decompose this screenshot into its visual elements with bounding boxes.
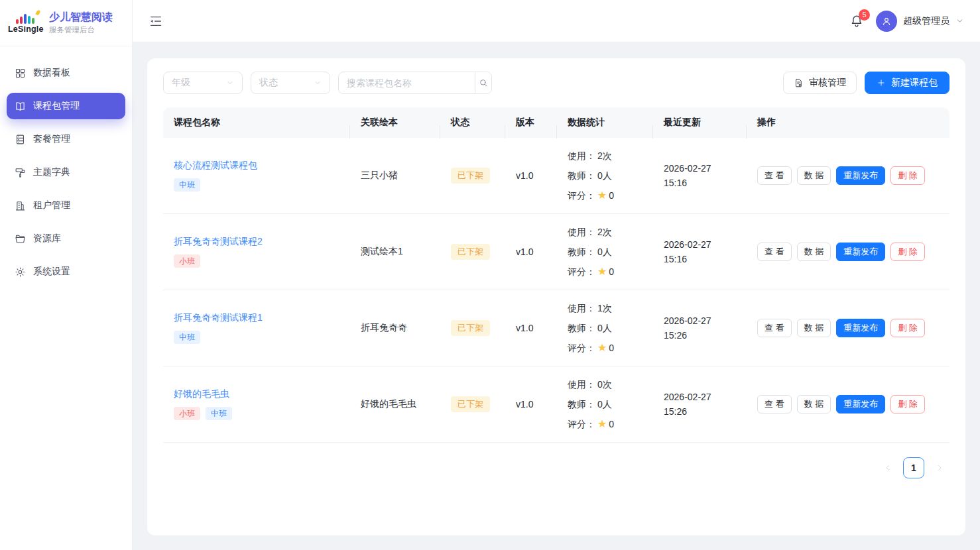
notifications-button[interactable]: 5 [849,14,864,28]
menu-fold-icon[interactable] [149,14,163,28]
database-icon [15,134,26,145]
view-button[interactable]: 查 看 [757,395,792,413]
logo-bars-icon [8,13,42,24]
sidebar-item-tenants[interactable]: 租户管理 [7,192,125,219]
grade-filter-select[interactable]: 年级 [163,72,243,94]
app-title: 少儿智慧阅读 [49,11,113,23]
grade-tag: 小班 [174,407,200,420]
sidebar-item-system-settings[interactable]: 系统设置 [7,258,125,285]
create-course-package-button[interactable]: 新建课程包 [865,72,949,94]
search-box [338,72,492,94]
data-button[interactable]: 数 据 [797,395,831,413]
course-package-link[interactable]: 核心流程测试课程包 [174,160,257,172]
prev-page-icon[interactable] [883,463,892,472]
view-button[interactable]: 查 看 [757,166,792,185]
grade-tag: 小班 [174,254,200,268]
building-icon [15,200,26,211]
delete-button[interactable]: 删 除 [890,319,925,337]
sidebar-item-label: 资源库 [33,233,61,245]
toolbar: 年级 状态 [163,72,949,94]
related-book: 好饿的毛毛虫 [350,398,440,410]
sidebar: LeSingle 少儿智慧阅读 服务管理后台 数据看板 课程包管理 套餐管理 主… [0,0,133,550]
star-icon: ★ [597,419,607,429]
column-header: 数据统计 [557,117,653,129]
delete-button[interactable]: 删 除 [890,395,925,413]
table-row: 好饿的毛毛虫 小班 中班 好饿的毛毛虫 已下架 v1.0 使用：0次 教师：0人… [163,366,949,443]
pagination: 1 [163,457,949,478]
course-package-link[interactable]: 折耳兔奇奇测试课程1 [174,312,263,324]
republish-button[interactable]: 重新发布 [836,166,885,185]
version: v1.0 [505,399,557,410]
folder-icon [15,233,26,245]
column-header: 操作 [747,117,949,129]
version: v1.0 [505,323,557,333]
sidebar-item-resource-library[interactable]: 资源库 [7,225,125,252]
course-package-link[interactable]: 折耳兔奇奇测试课程2 [174,236,263,248]
app-subtitle: 服务管理后台 [49,25,113,35]
sidebar-item-label: 套餐管理 [33,133,70,145]
course-package-table: 课程包名称 关联绘本 状态 版本 数据统计 最近更新 操作 核心流程测试课程包 … [163,107,949,443]
delete-button[interactable]: 删 除 [890,166,925,185]
notification-count-badge: 5 [859,9,870,21]
open-book-icon [15,101,26,112]
lesingle-logo: LeSingle [8,13,42,34]
course-package-link[interactable]: 好饿的毛毛虫 [174,388,229,400]
data-button[interactable]: 数 据 [797,243,831,261]
page-1-button[interactable]: 1 [903,457,924,478]
sidebar-item-label: 数据看板 [33,67,70,79]
sidebar-item-label: 租户管理 [33,199,70,211]
status-badge: 已下架 [451,244,490,260]
column-header: 关联绘本 [350,117,440,129]
grade-tag: 中班 [206,407,232,420]
version: v1.0 [505,247,557,257]
last-updated-cell: 2026-02-27 15:26 [653,390,747,419]
sidebar-item-plans[interactable]: 套餐管理 [7,126,125,152]
column-header: 状态 [440,117,505,129]
data-button[interactable]: 数 据 [797,319,831,337]
plus-icon [877,78,886,87]
topbar: 5 超级管理员 [133,0,980,42]
star-icon: ★ [597,266,607,277]
search-button[interactable] [475,72,491,93]
stats-cell: 使用：2次 教师：0人 评分：★0 [557,222,653,282]
sidebar-item-theme-dictionary[interactable]: 主题字典 [7,159,125,186]
course-package-card: 年级 状态 [147,58,965,535]
sidebar-item-label: 主题字典 [33,166,70,178]
audit-icon [794,78,804,88]
table-row: 折耳兔奇奇测试课程2 小班 测试绘本1 已下架 v1.0 使用：2次 教师：0人… [163,214,949,290]
republish-button[interactable]: 重新发布 [836,243,885,261]
next-page-icon[interactable] [935,463,944,472]
user-menu[interactable]: 超级管理员 [876,11,964,32]
republish-button[interactable]: 重新发布 [836,319,885,337]
chevron-down-icon [314,79,322,87]
table-row: 核心流程测试课程包 中班 三只小猪 已下架 v1.0 使用：2次 教师：0人 评… [163,138,949,214]
main-area: 5 超级管理员 年级 状态 [133,0,980,550]
column-header: 课程包名称 [163,117,350,129]
status-filter-placeholder: 状态 [259,77,278,89]
logo-wordmark: LeSingle [8,25,42,34]
related-book: 三只小猪 [350,170,440,182]
sidebar-menu: 数据看板 课程包管理 套餐管理 主题字典 租户管理 资源库 系统设置 [0,46,132,298]
sidebar-item-course-packages[interactable]: 课程包管理 [7,93,125,119]
grade-tag: 中班 [174,331,200,344]
last-updated-cell: 2026-02-27 15:16 [653,161,747,190]
avatar [876,11,897,32]
status-badge: 已下架 [451,396,490,412]
status-filter-select[interactable]: 状态 [251,72,330,94]
stats-cell: 使用：1次 教师：0人 评分：★0 [557,298,653,358]
star-icon: ★ [597,343,607,353]
data-button[interactable]: 数 据 [797,166,831,185]
delete-button[interactable]: 删 除 [890,243,925,261]
star-icon: ★ [597,190,607,201]
audit-management-button[interactable]: 审核管理 [783,72,857,94]
column-header: 最近更新 [653,117,747,129]
sidebar-item-dashboard[interactable]: 数据看板 [7,60,125,86]
content-area: 年级 状态 [133,42,980,550]
view-button[interactable]: 查 看 [757,319,792,337]
sidebar-item-label: 课程包管理 [33,100,80,112]
stats-cell: 使用：0次 教师：0人 评分：★0 [557,374,653,434]
view-button[interactable]: 查 看 [757,243,792,261]
republish-button[interactable]: 重新发布 [836,395,885,413]
gear-icon [15,266,26,278]
search-input[interactable] [339,72,475,93]
